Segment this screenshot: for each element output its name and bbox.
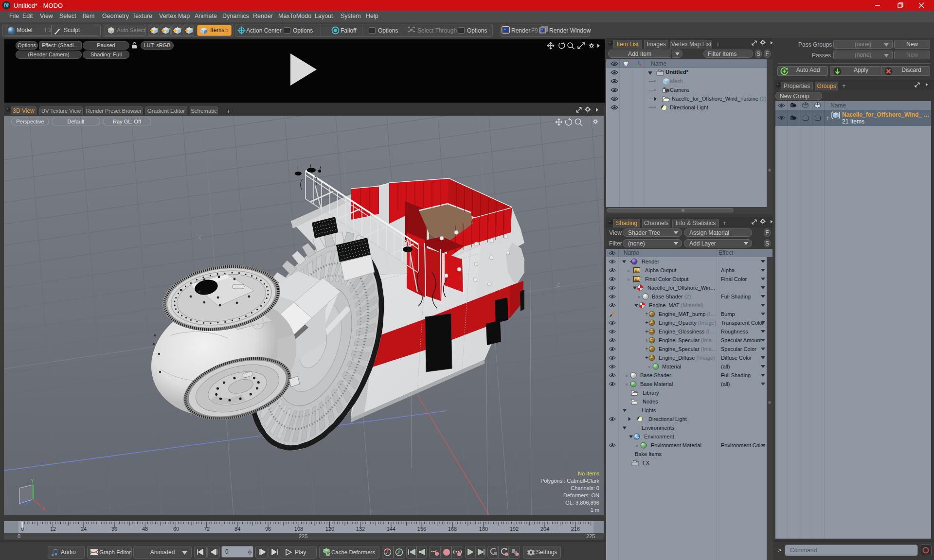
svg-text:GL: 3,806,896: GL: 3,806,896 bbox=[565, 500, 599, 506]
svg-text:Y: Y bbox=[31, 478, 35, 484]
svg-text:96: 96 bbox=[265, 526, 271, 532]
svg-text:No Items: No Items bbox=[578, 471, 600, 476]
svg-text:1 m: 1 m bbox=[591, 507, 599, 513]
svg-text:192: 192 bbox=[510, 526, 519, 532]
svg-text:204: 204 bbox=[540, 526, 549, 532]
svg-text:108: 108 bbox=[294, 526, 303, 532]
svg-text:-Z: -Z bbox=[555, 282, 560, 288]
svg-text:216: 216 bbox=[571, 526, 580, 532]
svg-text:12: 12 bbox=[50, 526, 56, 532]
svg-text:36: 36 bbox=[111, 526, 117, 532]
svg-text:72: 72 bbox=[204, 526, 210, 532]
svg-text:X: X bbox=[42, 506, 46, 511]
svg-text:60: 60 bbox=[173, 526, 179, 532]
svg-text:120: 120 bbox=[325, 526, 334, 532]
svg-text:132: 132 bbox=[356, 526, 365, 532]
svg-text:156: 156 bbox=[417, 526, 426, 532]
svg-text:-X: -X bbox=[196, 235, 202, 241]
svg-text:24: 24 bbox=[81, 526, 87, 532]
svg-text:Z: Z bbox=[20, 500, 23, 506]
svg-text:168: 168 bbox=[448, 526, 457, 532]
svg-text:Polygons : Catmull-Clark: Polygons : Catmull-Clark bbox=[540, 478, 600, 484]
svg-text:Channels: 0: Channels: 0 bbox=[571, 485, 599, 491]
svg-text:180: 180 bbox=[479, 526, 488, 532]
svg-text:Deformers: ON: Deformers: ON bbox=[563, 492, 599, 498]
svg-text:144: 144 bbox=[387, 526, 395, 532]
svg-text:84: 84 bbox=[234, 526, 240, 532]
svg-text:48: 48 bbox=[142, 526, 148, 532]
